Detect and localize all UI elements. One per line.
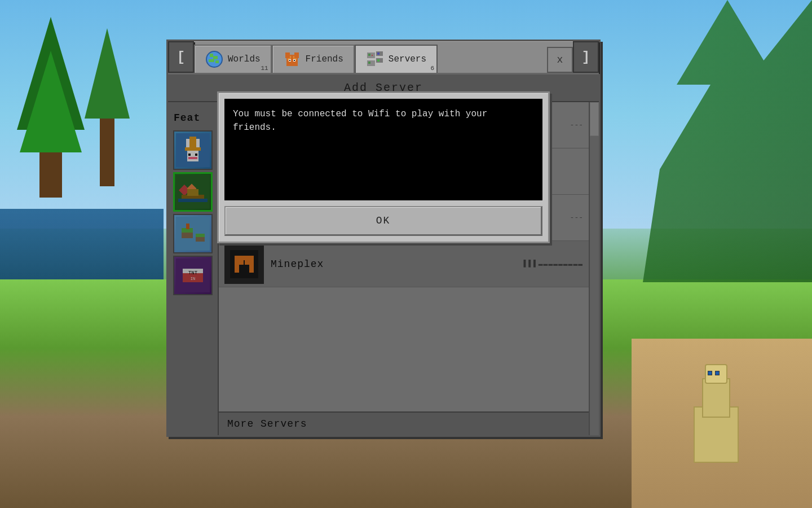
tab-servers[interactable]: Servers 6: [355, 45, 438, 73]
svg-rect-3: [209, 59, 214, 62]
ok-button[interactable]: OK: [224, 206, 542, 236]
game-window: [ Worlds 11: [166, 40, 601, 437]
tab-bar: [ Worlds 11: [168, 41, 599, 73]
dialog-overlay: You must be connected to Wifi to play wi…: [168, 75, 599, 435]
dialog-message: You must be connected to Wifi to play wi…: [224, 99, 542, 200]
close-button[interactable]: x: [547, 47, 573, 73]
svg-rect-16: [368, 54, 370, 56]
tab-friends[interactable]: Friends: [272, 45, 355, 73]
svg-rect-1: [210, 54, 213, 57]
bracket-right-button[interactable]: ]: [573, 41, 599, 73]
tab-friends-label: Friends: [306, 54, 343, 64]
friends-icon: [283, 50, 301, 68]
wifi-dialog: You must be connected to Wifi to play wi…: [217, 91, 550, 243]
window-content: Add Server Feat: [168, 73, 599, 435]
svg-rect-23: [377, 59, 379, 62]
tree-left-2: [85, 28, 130, 186]
tab-servers-badge: 6: [430, 65, 434, 72]
servers-icon: [366, 50, 384, 68]
svg-rect-19: [377, 52, 379, 55]
tree-left: [17, 17, 85, 198]
svg-rect-2: [213, 56, 218, 59]
tab-worlds-label: Worlds: [228, 54, 261, 64]
svg-rect-14: [294, 60, 295, 61]
svg-rect-21: [368, 62, 370, 64]
svg-rect-10: [294, 52, 299, 58]
svg-rect-17: [372, 55, 373, 56]
svg-rect-13: [289, 60, 290, 61]
bracket-left-button[interactable]: [: [168, 41, 194, 73]
tab-worlds-badge: 11: [261, 65, 268, 72]
tab-servers-label: Servers: [389, 54, 426, 64]
worlds-icon: [205, 50, 223, 68]
llama: [694, 373, 750, 463]
tab-worlds[interactable]: Worlds 11: [194, 45, 272, 73]
svg-rect-4: [215, 60, 219, 63]
svg-rect-9: [285, 52, 290, 58]
